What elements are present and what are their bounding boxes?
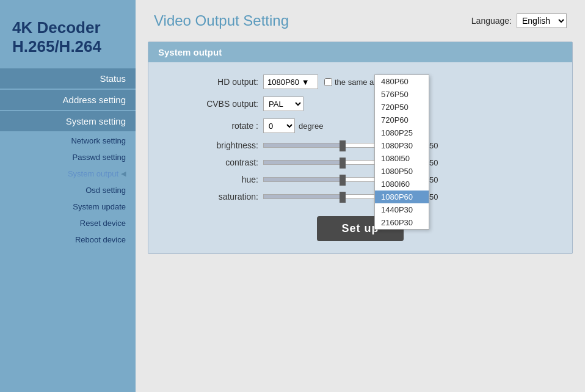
brightness-label: brightness:	[173, 140, 258, 150]
logo-text: 4K Decoder H.265/H.264	[12, 18, 123, 56]
dropdown-option-1080p50[interactable]: 1080P50	[375, 165, 429, 178]
hd-output-row: HD output: 1080P60 ▼ the same as input s…	[173, 74, 548, 89]
dropdown-option-1080i50[interactable]: 1080I50	[375, 152, 429, 165]
hd-output-dropdown[interactable]: 480P60576P50720P50720P601080P251080P3010…	[374, 74, 429, 230]
rotate-unit: degree	[299, 122, 323, 131]
dropdown-option-2160p30[interactable]: 2160P30	[375, 216, 429, 229]
sidebar-item-reset-device[interactable]: Reset device	[0, 215, 136, 231]
rotate-row: rotate : 0 90 180 270 degree	[173, 118, 548, 133]
saturation-slider-thumb[interactable]	[340, 192, 346, 203]
saturation-row: saturation: 50	[173, 192, 548, 201]
dropdown-options: 480P60576P50720P50720P601080P251080P3010…	[375, 75, 429, 229]
dropdown-option-1080p25[interactable]: 1080P25	[375, 126, 429, 139]
saturation-label: saturation:	[173, 192, 258, 201]
hue-slider-thumb[interactable]	[340, 175, 346, 186]
dropdown-option-720p60[interactable]: 720P60	[375, 114, 429, 126]
saturation-value: 50	[429, 192, 448, 201]
hue-value: 50	[429, 175, 448, 184]
section-header: System output	[148, 42, 572, 62]
cvbs-output-row: CVBS output: PAL NTSC	[173, 96, 548, 111]
cvbs-output-label: CVBS output:	[173, 99, 258, 109]
rotate-label: rotate :	[173, 121, 258, 131]
sidebar-item-system-output[interactable]: System output ◀	[0, 165, 136, 182]
contrast-slider-thumb[interactable]	[340, 158, 346, 169]
hue-row: hue: 50	[173, 175, 548, 184]
sidebar-item-reboot-device[interactable]: Reboot device	[0, 231, 136, 248]
logo-area: 4K Decoder H.265/H.264	[0, 0, 136, 68]
sidebar-item-address-setting[interactable]: Address setting	[0, 90, 136, 110]
brightness-value: 50	[429, 141, 448, 150]
contrast-label: contrast:	[173, 158, 258, 167]
rotate-select[interactable]: 0 90 180 270	[263, 118, 295, 133]
sidebar-item-passwd-setting[interactable]: Passwd setting	[0, 149, 136, 165]
dropdown-option-1080p60[interactable]: 1080P60	[375, 191, 429, 203]
dropdown-option-1440p30[interactable]: 1440P30	[375, 203, 429, 216]
same-as-input-checkbox[interactable]	[324, 78, 332, 86]
sidebar-item-osd-setting[interactable]: Osd setting	[0, 182, 136, 198]
contrast-row: contrast: 50	[173, 158, 548, 167]
page-header: Video Output Setting Language: English C…	[136, 0, 585, 35]
sidebar-item-network-setting[interactable]: Network setting	[0, 132, 136, 149]
cvbs-output-select[interactable]: PAL NTSC	[263, 96, 303, 111]
brightness-slider-fill	[264, 143, 343, 147]
sidebar-item-status[interactable]: Status	[0, 68, 136, 89]
brightness-slider-thumb[interactable]	[340, 140, 346, 151]
sidebar: 4K Decoder H.265/H.264 Status Address se…	[0, 0, 136, 392]
dropdown-option-1080i60[interactable]: 1080I60	[375, 178, 429, 191]
dropdown-option-480p60[interactable]: 480P60	[375, 75, 429, 88]
brightness-row: brightness: 50	[173, 140, 548, 150]
content-area: System output HD output: 1080P60 ▼ the s…	[148, 42, 573, 254]
hue-slider-fill	[264, 178, 343, 181]
language-select[interactable]: English Chinese	[517, 13, 567, 28]
sidebar-item-system-setting[interactable]: System setting	[0, 111, 136, 131]
system-output-arrow-icon: ◀	[121, 170, 126, 178]
language-label: Language:	[471, 16, 512, 26]
dropdown-option-720p50[interactable]: 720P50	[375, 101, 429, 114]
hd-output-select[interactable]: 1080P60 ▼	[263, 74, 318, 89]
page-title: Video Output Setting	[154, 12, 289, 29]
hd-output-label: HD output:	[173, 77, 258, 87]
language-area: Language: English Chinese	[471, 13, 567, 28]
dropdown-option-1080p30[interactable]: 1080P30	[375, 139, 429, 152]
contrast-slider-fill	[264, 161, 343, 164]
dropdown-option-576p50[interactable]: 576P50	[375, 88, 429, 101]
contrast-value: 50	[429, 158, 448, 167]
hue-label: hue:	[173, 175, 258, 184]
sidebar-item-system-update[interactable]: System update	[0, 198, 136, 215]
saturation-slider-fill	[264, 195, 343, 198]
main-content: Video Output Setting Language: English C…	[136, 0, 585, 392]
